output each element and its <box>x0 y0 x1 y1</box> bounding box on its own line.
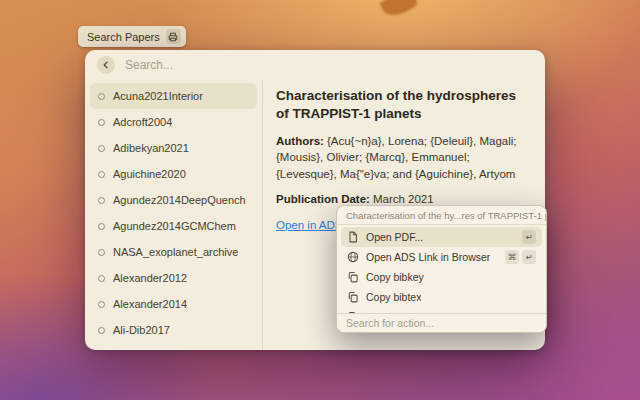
action-label: Open ADS Link in Browser <box>366 251 490 263</box>
list-item[interactable]: Ali-Dib2017 <box>90 317 257 343</box>
enter-keycap: ↵ <box>522 230 536 244</box>
search-papers-pill[interactable]: Search Papers <box>78 26 186 47</box>
enter-keycap: ↵ <box>522 250 536 264</box>
paper-title: Characterisation of the hydrospheres of … <box>276 87 529 122</box>
list-item[interactable]: Alexander2012 <box>90 265 257 291</box>
pubdate-label: Publication Date: <box>276 193 370 205</box>
action-label: Copy bibkey <box>366 271 424 283</box>
action-menu-footer <box>337 313 546 332</box>
action-menu-header: Characterisation of the hy...res of TRAP… <box>337 206 546 225</box>
back-button[interactable] <box>97 56 115 74</box>
circle-icon <box>98 197 105 204</box>
shortcut-hints: ↵ <box>522 230 536 244</box>
shortcut-hints: ⌘ ↵ <box>505 250 536 264</box>
action-copy-bibkey[interactable]: Copy bibkey <box>341 267 542 287</box>
circle-icon <box>98 223 105 230</box>
document-icon <box>347 231 359 243</box>
action-copy-bibtex[interactable]: Copy bibtex <box>341 287 542 307</box>
list-item-label: Ali-Dib2017 <box>113 324 170 336</box>
action-label: Copy bibtex <box>366 291 421 303</box>
pubdate-value: March 2021 <box>373 193 434 205</box>
action-menu-popup: Characterisation of the hy...res of TRAP… <box>336 205 547 333</box>
circle-icon <box>98 327 105 334</box>
list-item-label: Agundez2014DeepQuench <box>113 194 246 206</box>
list-item[interactable]: Aguichine2020 <box>90 161 257 187</box>
circle-icon <box>98 249 105 256</box>
action-label: Open PDF... <box>366 231 423 243</box>
list-item[interactable]: Alibert2005 <box>90 343 257 350</box>
desktop-background: Search Papers Acuna2021Interior Adcroft2… <box>0 0 640 400</box>
action-open-ads-browser[interactable]: Open ADS Link in Browser ⌘ ↵ <box>341 247 542 267</box>
publication-date: Publication Date:March 2021 <box>276 193 529 205</box>
action-menu-items: Open PDF... ↵ Open ADS Link in Browser ⌘… <box>337 225 546 313</box>
command-keycap: ⌘ <box>505 250 519 264</box>
globe-icon <box>347 251 359 263</box>
wallpaper-leaf-decoration <box>379 0 418 21</box>
open-in-ads-link[interactable]: Open in ADS <box>276 219 342 231</box>
list-item-label: Adcroft2004 <box>113 116 172 128</box>
action-open-pdf[interactable]: Open PDF... ↵ <box>341 227 542 247</box>
action-search-input[interactable] <box>346 317 537 329</box>
paper-authors: Authors:{Acu{~n}a}, Lorena; {Deleuil}, M… <box>276 133 529 182</box>
list-item-label: Alexander2012 <box>113 272 187 284</box>
list-item-label: Acuna2021Interior <box>113 90 203 102</box>
list-item-label: Adibekyan2021 <box>113 142 189 154</box>
authors-label: Authors: <box>276 135 324 147</box>
paper-list: Acuna2021Interior Adcroft2004 Adibekyan2… <box>85 80 263 350</box>
list-item[interactable]: Agundez2014GCMChem <box>90 213 257 239</box>
circle-icon <box>98 301 105 308</box>
list-item-label: Agundez2014GCMChem <box>113 220 236 232</box>
list-item[interactable]: Adibekyan2021 <box>90 135 257 161</box>
circle-icon <box>98 275 105 282</box>
list-item-label: NASA_exoplanet_archive <box>113 246 238 258</box>
circle-icon <box>98 93 105 100</box>
circle-icon <box>98 145 105 152</box>
window-header <box>85 50 545 80</box>
list-item[interactable]: Alexander2014 <box>90 291 257 317</box>
list-item-label: Aguichine2020 <box>113 168 186 180</box>
printer-icon <box>166 29 181 44</box>
search-input[interactable] <box>125 58 533 72</box>
list-item[interactable]: Adcroft2004 <box>90 109 257 135</box>
list-item[interactable]: Acuna2021Interior <box>90 83 257 109</box>
copy-icon <box>347 271 359 283</box>
pill-label: Search Papers <box>87 31 160 43</box>
circle-icon <box>98 171 105 178</box>
list-item[interactable]: Agundez2014DeepQuench <box>90 187 257 213</box>
copy-icon <box>347 291 359 303</box>
circle-icon <box>98 119 105 126</box>
list-item-label: Alexander2014 <box>113 298 187 310</box>
list-item[interactable]: NASA_exoplanet_archive <box>90 239 257 265</box>
